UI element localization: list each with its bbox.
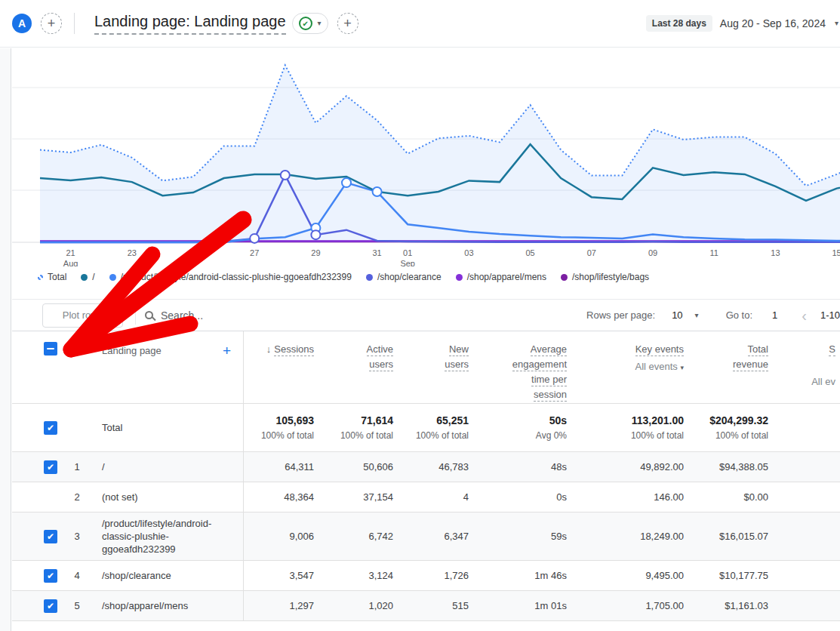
table-rows: ✔1/64,31150,60646,78348s49,892.00$94,388…	[12, 452, 840, 621]
row-number: 4	[62, 570, 92, 581]
new-users-header[interactable]: New users	[398, 331, 473, 372]
metric-cell: 59s	[473, 531, 571, 542]
search-placeholder: Search...	[161, 309, 203, 322]
totals-label: Total	[92, 422, 243, 433]
legend-item[interactable]: /	[81, 272, 94, 282]
legend-item[interactable]: Total	[38, 272, 66, 282]
landing-page-cell: /	[92, 456, 243, 478]
add-button[interactable]: +	[337, 13, 358, 34]
metric-cell: 146.00	[571, 491, 688, 503]
row-checkbox[interactable]: ✔	[44, 460, 57, 474]
legend-label: /shop/clearance	[377, 272, 442, 282]
data-point-marker	[373, 187, 382, 196]
x-axis-label: 21	[66, 248, 75, 257]
rows-per-page-label: Rows per page:	[586, 309, 655, 321]
add-column-icon[interactable]: +	[223, 343, 231, 358]
sessions-trend-chart: 21Aug232527293101Sep03050709111315	[12, 48, 840, 266]
table-row: ✔3/product/lifestyle/android-classic-plu…	[12, 512, 840, 561]
metric-cell: 1m 01s	[473, 600, 571, 611]
x-axis-label: 31	[372, 248, 381, 257]
date-caret-icon[interactable]: ▾	[835, 20, 838, 27]
app-bar: A + Landing page: Landing page ✔ ▾ + Las…	[0, 0, 840, 48]
date-range-chip[interactable]: Last 28 days	[646, 15, 712, 32]
avatar[interactable]: A	[12, 14, 32, 33]
search-icon	[145, 311, 153, 319]
x-axis-label: 29	[311, 248, 320, 257]
session-key-event-rate-header[interactable]: S All ev	[773, 331, 840, 389]
row-checkbox[interactable]: ✔	[44, 569, 57, 583]
dimension-header[interactable]: Landing page	[102, 345, 162, 356]
legend-label: /shop/lifestyle/bags	[572, 272, 649, 282]
landing-page-cell: (not set)	[92, 486, 243, 508]
left-rail	[0, 48, 11, 631]
metric-cell: 49,892.00	[571, 461, 688, 472]
total-active-users: 71,614	[318, 414, 393, 426]
x-axis-label: 01	[403, 248, 412, 257]
key-events-header[interactable]: Key events All events ▾	[571, 331, 688, 374]
legend-dot-icon	[561, 274, 568, 281]
sessions-header[interactable]: ↓Sessions	[243, 331, 318, 357]
metric-cell: 50,606	[318, 461, 398, 472]
metric-cell: 48,364	[243, 491, 318, 503]
legend-label: /shop/apparel/mens	[467, 272, 546, 282]
select-all-checkbox[interactable]	[44, 342, 57, 356]
legend-item[interactable]: /shop/clearance	[366, 272, 442, 282]
plot-rows-button[interactable]: Plot rows	[42, 303, 123, 328]
x-axis-label: 03	[464, 248, 473, 257]
sort-descending-icon: ↓	[266, 343, 272, 355]
legend-item[interactable]: /shop/apparel/mens	[456, 272, 546, 282]
goto-label: Go to:	[726, 309, 752, 321]
metric-cell: 46,783	[398, 461, 473, 472]
totals-checkbox[interactable]: ✔	[44, 421, 57, 435]
search-input[interactable]: Search...	[145, 309, 203, 322]
column-divider	[243, 331, 244, 621]
metric-cell: 3,124	[318, 570, 398, 581]
x-axis-label: 15	[832, 248, 840, 257]
table-row: 2(not set)48,36437,15440s146.00$0.00	[12, 482, 840, 512]
legend-label: Total	[48, 272, 66, 282]
metric-cell: 9,006	[243, 531, 318, 542]
metric-cell: 64,311	[243, 461, 318, 472]
avg-engagement-header[interactable]: Average engagement time per session	[473, 331, 571, 402]
rows-per-page-caret-icon[interactable]: ▾	[695, 312, 699, 319]
legend-dashed-ring-icon	[38, 275, 43, 280]
x-axis-label: 25	[189, 248, 198, 257]
x-axis-label: 07	[587, 248, 596, 257]
metric-cell: 1,297	[243, 600, 318, 611]
landing-page-table: Landing page + ↓Sessions Active users Ne…	[12, 331, 840, 621]
page-title[interactable]: Landing page: Landing page	[94, 13, 286, 35]
table-row: ✔1/64,31150,60646,78348s49,892.00$94,388…	[12, 452, 840, 482]
date-range-value[interactable]: Aug 20 - Sep 16, 2024	[720, 17, 826, 29]
data-point-marker	[281, 171, 290, 180]
report-status-pill[interactable]: ✔ ▾	[292, 13, 328, 34]
report-body: 21Aug232527293101Sep03050709111315 Total…	[12, 48, 840, 621]
rows-per-page-value[interactable]: 10	[672, 309, 682, 321]
chart-block: 21Aug232527293101Sep03050709111315 Total…	[12, 48, 840, 282]
goto-page-input[interactable]: 1	[772, 309, 777, 321]
metric-cell: 515	[398, 600, 473, 611]
legend-item[interactable]: /product/lifestyle/android-classic-plush…	[109, 272, 352, 282]
previous-page-icon[interactable]: ‹	[802, 308, 807, 323]
legend-label: /product/lifestyle/android-classic-plush…	[121, 272, 352, 282]
last-column-filter: All ev	[773, 374, 835, 389]
add-comparison-button[interactable]: +	[41, 13, 62, 34]
metric-cell: 0s	[473, 491, 571, 503]
total-area-fill	[40, 65, 840, 242]
metric-cell: 48s	[473, 461, 571, 472]
metric-cell: 1,726	[398, 570, 473, 581]
metric-cell: 1,020	[318, 600, 398, 611]
total-revenue-header[interactable]: Total revenue	[688, 331, 773, 372]
key-events-filter[interactable]: All events ▾	[571, 359, 684, 374]
row-checkbox[interactable]: ✔	[44, 530, 57, 543]
active-users-header[interactable]: Active users	[318, 331, 398, 372]
x-axis-label: 23	[128, 248, 137, 257]
legend-item[interactable]: /shop/lifestyle/bags	[561, 272, 649, 282]
table-row: ✔4/shop/clearance3,5473,1241,7261m 46s9,…	[12, 561, 840, 591]
row-checkbox[interactable]: ✔	[44, 599, 57, 613]
table-toolbar: Plot rows Search... Rows per page: 10 ▾ …	[12, 299, 840, 331]
x-axis-label: 05	[525, 248, 534, 257]
metric-cell: $94,388.05	[688, 461, 773, 472]
landing-page-cell: /product/lifestyle/android-classic-plush…	[92, 512, 243, 560]
chevron-down-icon: ▾	[318, 20, 322, 27]
chart-legend: Total//product/lifestyle/android-classic…	[12, 272, 840, 282]
